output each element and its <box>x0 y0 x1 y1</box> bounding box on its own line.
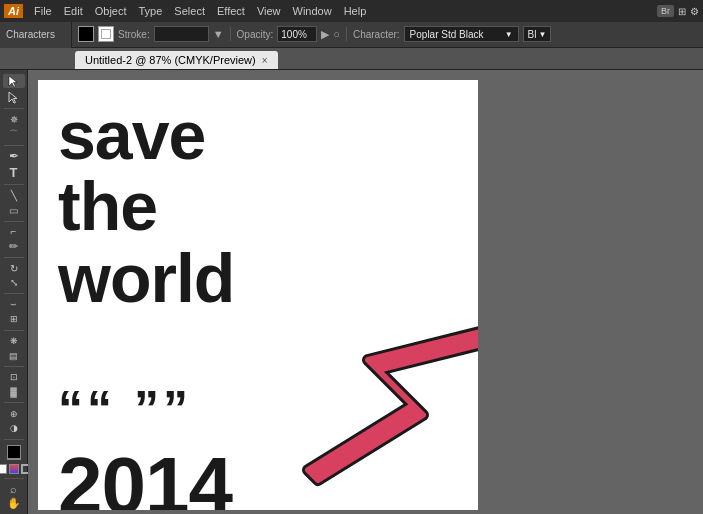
menu-type[interactable]: Type <box>134 3 168 19</box>
toolbar-divider-9 <box>4 402 24 403</box>
font-dropdown[interactable]: Poplar Std Black ▼ <box>404 26 519 42</box>
menu-view[interactable]: View <box>252 3 286 19</box>
text-world: world <box>58 243 234 314</box>
color-mode-buttons <box>0 464 31 474</box>
toolbar-divider-3 <box>4 184 24 185</box>
gradient-mode-button[interactable] <box>9 464 19 474</box>
cursor-arrow-graphic <box>248 240 478 500</box>
document-canvas: save the world ““ ”” 2014 <box>38 80 478 510</box>
divider-1 <box>230 27 231 41</box>
toolbar-divider-8 <box>4 366 24 367</box>
arrange-icon[interactable]: ⊞ <box>678 6 686 17</box>
pencil-tool[interactable]: ✏ <box>3 240 25 253</box>
free-transform-tool[interactable]: ⊞ <box>3 313 25 326</box>
menu-effect[interactable]: Effect <box>212 3 250 19</box>
toolbar-divider-11 <box>4 478 24 479</box>
tab-close-button[interactable]: × <box>262 55 268 66</box>
menu-file[interactable]: File <box>29 3 57 19</box>
character-label: Character: <box>353 29 400 40</box>
opacity-circle: ○ <box>333 28 340 40</box>
line-segment-tool[interactable]: ╲ <box>3 189 25 202</box>
font-dropdown-arrow: ▼ <box>505 30 513 39</box>
zoom-tool[interactable]: ⌕ <box>3 482 25 495</box>
stroke-input[interactable] <box>154 26 209 42</box>
menu-edit[interactable]: Edit <box>59 3 88 19</box>
magic-wand-tool[interactable]: ✵ <box>3 113 25 126</box>
stroke-swatch[interactable] <box>98 26 114 42</box>
toolbar-divider-2 <box>4 145 24 146</box>
opacity-label: Opacity: <box>237 29 274 40</box>
fill-swatch[interactable] <box>78 26 94 42</box>
color-swatches[interactable] <box>3 445 25 459</box>
characters-panel-header: Characters <box>0 22 72 48</box>
normal-mode-button[interactable] <box>0 464 7 474</box>
main-area: ✵ ⌒ ✒ T ╲ ▭ ⌐ ✏ ↻ ⤡ <box>0 70 703 514</box>
column-graph-tool[interactable]: ▤ <box>3 349 25 362</box>
left-toolbar: ✵ ⌒ ✒ T ╲ ▭ ⌐ ✏ ↻ ⤡ <box>0 70 28 514</box>
text-save: save <box>58 100 234 171</box>
hand-tool[interactable]: ✋ <box>3 497 25 510</box>
toolbar-divider-1 <box>4 108 24 109</box>
workspace-icon[interactable]: ⚙ <box>690 6 699 17</box>
canvas-main-text: save the world <box>58 100 234 314</box>
toolbar-divider-10 <box>4 439 24 440</box>
direct-selection-tool[interactable] <box>3 90 25 104</box>
stroke-label: Stroke: <box>118 29 150 40</box>
canvas-quotes: ““ ”” <box>58 380 192 438</box>
blending-mode-dropdown[interactable]: Bl ▼ <box>523 26 552 42</box>
blend-tool[interactable]: ◑ <box>3 422 25 435</box>
blending-arrow: ▼ <box>539 30 547 39</box>
menu-object[interactable]: Object <box>90 3 132 19</box>
toolbar-divider-5 <box>4 257 24 258</box>
canvas-area: save the world ““ ”” 2014 <box>28 70 703 514</box>
paintbrush-tool[interactable]: ⌐ <box>3 225 25 238</box>
toolbar-divider-6 <box>4 293 24 294</box>
rotate-tool[interactable]: ↻ <box>3 262 25 275</box>
menu-bar: Ai File Edit Object Type Select Effect V… <box>0 0 703 22</box>
rectangle-tool[interactable]: ▭ <box>3 204 25 217</box>
warp-tool[interactable]: ⌣ <box>3 298 25 311</box>
menu-select[interactable]: Select <box>169 3 210 19</box>
toolbar-divider-4 <box>4 221 24 222</box>
document-tab-label: Untitled-2 @ 87% (CMYK/Preview) <box>85 54 256 66</box>
characters-panel-label: Characters <box>6 29 55 40</box>
bridge-icon[interactable]: Br <box>657 5 674 17</box>
mesh-tool[interactable]: ⊡ <box>3 371 25 384</box>
opacity-arrow[interactable]: ▶ <box>321 28 329 41</box>
eyedropper-tool[interactable]: ⊕ <box>3 407 25 420</box>
menu-help[interactable]: Help <box>339 3 372 19</box>
menu-window[interactable]: Window <box>288 3 337 19</box>
pen-tool[interactable]: ✒ <box>3 149 25 163</box>
canvas-year: 2014 <box>58 440 232 510</box>
toolbar-divider-7 <box>4 330 24 331</box>
divider-2 <box>346 27 347 41</box>
text-the: the <box>58 171 234 242</box>
lasso-tool[interactable]: ⌒ <box>3 128 25 141</box>
control-bar: Stroke: ▼ Opacity: ▶ ○ Character: Poplar… <box>72 22 703 48</box>
document-tab[interactable]: Untitled-2 @ 87% (CMYK/Preview) × <box>75 51 278 69</box>
foreground-color-swatch[interactable] <box>7 445 21 459</box>
gradient-tool[interactable]: ▓ <box>3 386 25 399</box>
type-tool[interactable]: T <box>3 165 25 180</box>
scale-tool[interactable]: ⤡ <box>3 277 25 290</box>
opacity-input[interactable] <box>277 26 317 42</box>
symbol-sprayer-tool[interactable]: ❋ <box>3 334 25 347</box>
tab-row: Untitled-2 @ 87% (CMYK/Preview) × <box>0 48 703 70</box>
selection-tool[interactable] <box>3 74 25 88</box>
app-logo: Ai <box>4 4 23 18</box>
stroke-arrow[interactable]: ▼ <box>213 28 224 40</box>
